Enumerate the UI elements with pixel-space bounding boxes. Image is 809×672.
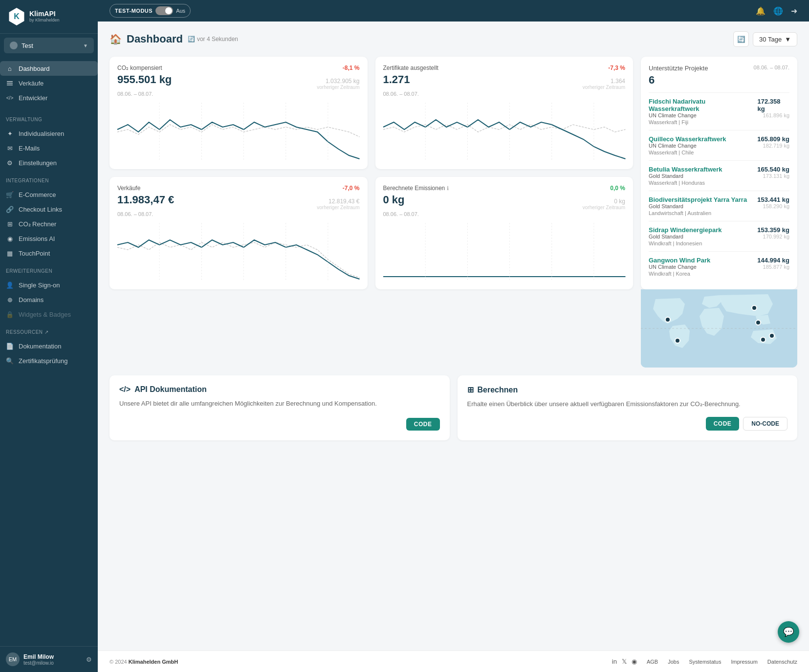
svg-point-25 xyxy=(769,333,774,338)
footer-link-jobs[interactable]: Jobs xyxy=(668,659,679,665)
sidebar-item-dashboard[interactable]: ⌂ Dashboard xyxy=(0,61,98,76)
footer-link-impressum[interactable]: Impressum xyxy=(731,659,757,665)
sidebar-item-developer[interactable]: </> Entwickler xyxy=(0,90,98,105)
chat-button[interactable]: 💬 xyxy=(778,621,799,643)
twitter-icon[interactable]: 𝕏 xyxy=(622,658,627,665)
sidebar-item-ecommerce[interactable]: 🛒 E-Commerce xyxy=(0,187,98,202)
sidebar-item-settings[interactable]: ⚙ Einstellungen xyxy=(0,155,98,170)
sidebar-item-emails[interactable]: ✉ E-Mails xyxy=(0,141,98,155)
instagram-icon[interactable]: ◉ xyxy=(632,658,637,665)
project-name-2[interactable]: Betulia Wasserkraftwerk xyxy=(649,166,722,173)
project-kg-4: 153.359 kg xyxy=(757,226,789,234)
footer: © 2024 Klimahelden GmbH in 𝕏 ◉ AGB Jobs … xyxy=(98,650,809,672)
cert-date: 08.06. – 08.07. xyxy=(383,91,626,97)
sidebar-item-individualize[interactable]: ✦ Individualisieren xyxy=(0,126,98,141)
sales-value: 11.983,47 € xyxy=(117,194,174,206)
project-name-4[interactable]: Sidrap Windenergiepark xyxy=(649,226,722,234)
avatar: EM xyxy=(6,652,20,666)
project-name-5[interactable]: Gangwon Wind Park xyxy=(649,257,710,264)
sidebar-item-label: Widgets & Badges xyxy=(19,311,71,318)
sidebar-item-domains[interactable]: ⊕ Domains xyxy=(0,292,98,307)
sales-prev-text: vorheriger Zeitraum xyxy=(317,205,359,210)
period-button[interactable]: 30 Tage ▼ xyxy=(753,32,797,46)
api-doc-desc: Unsere API bietet dir alle umfangreichen… xyxy=(119,399,440,410)
toggle-switch[interactable] xyxy=(155,6,173,15)
emissions-date: 08.06. – 08.07. xyxy=(383,211,626,217)
project-kg-2: 165.540 kg xyxy=(757,166,789,173)
svg-point-28 xyxy=(761,337,765,342)
toggle-knob xyxy=(165,7,172,14)
bottom-cards: </> API Dokumentation Unsere API bietet … xyxy=(109,375,797,440)
email-icon: ✉ xyxy=(6,144,14,152)
sidebar-item-label: Dokumentation xyxy=(19,343,61,350)
cert-prev: 1.364 xyxy=(583,78,625,85)
sidebar-item-sso[interactable]: 👤 Single Sign-on xyxy=(0,278,98,292)
sidebar-item-checkout[interactable]: 🔗 Checkout Links xyxy=(0,202,98,217)
footer-link-agb[interactable]: AGB xyxy=(647,659,658,665)
test-mode-toggle[interactable]: TEST-MODUS Aus xyxy=(109,4,191,18)
svg-point-29 xyxy=(756,320,761,325)
co2-value: 955.501 kg xyxy=(117,73,172,86)
refresh-button[interactable]: 🔄 xyxy=(733,31,749,47)
sidebar-item-label: Domains xyxy=(19,296,44,303)
sidebar-item-co2rechner[interactable]: ⊞ CO₂ Rechner xyxy=(0,217,98,231)
env-selector[interactable]: Test ▼ xyxy=(4,38,94,53)
sidebar-footer: EM Emil Milow test@milow.io ⚙ xyxy=(0,646,98,672)
berechnen-no-code-button[interactable]: NO-CODE xyxy=(743,417,787,431)
project-name-1[interactable]: Quilleco Wasserkraftwerk xyxy=(649,135,726,143)
api-doc-icon: </> xyxy=(119,385,131,394)
test-mode-label: TEST-MODUS xyxy=(115,8,153,14)
sidebar-item-emissions[interactable]: ◉ Emissions AI xyxy=(0,231,98,246)
co2-prev-text: vorheriger Zeitraum xyxy=(317,85,359,90)
notification-icon[interactable]: 🔔 xyxy=(756,6,765,16)
footer-link-systemstatus[interactable]: Systemstatus xyxy=(689,659,721,665)
project-name-0[interactable]: Fidschi Nadarivatu Wasserkraftwerk xyxy=(649,98,758,112)
project-name-3[interactable]: Biodiversitätsprojekt Yarra Yarra xyxy=(649,196,747,203)
sales-stat-card: Verkäufe -7,0 % 11.983,47 € 12.819,43 € … xyxy=(109,177,368,289)
co2-change: -8,1 % xyxy=(343,65,360,71)
sales-label: Verkäufe xyxy=(117,185,140,192)
user-name: Emil Milow xyxy=(23,653,54,660)
emissions-stat-card: Berechnete Emissionen ℹ 0,0 % 0 kg 0 kg … xyxy=(375,177,634,289)
project-standard-3: Gold Standard xyxy=(649,203,747,209)
settings-icon: ⚙ xyxy=(6,159,14,167)
footer-link-datenschutz[interactable]: Datenschutz xyxy=(767,659,797,665)
project-meta-1: Wasserkraft | Chile xyxy=(649,150,726,155)
svg-point-30 xyxy=(752,305,757,310)
sidebar-item-label: E-Mails xyxy=(19,145,40,152)
api-doc-code-button[interactable]: CODE xyxy=(406,418,440,431)
sidebar-item-label: E-Commerce xyxy=(19,191,56,198)
user-settings-icon[interactable]: ⚙ xyxy=(86,656,92,663)
footer-social: in 𝕏 ◉ xyxy=(612,658,637,665)
project-item-0: Fidschi Nadarivatu Wasserkraftwerk UN Cl… xyxy=(649,92,789,130)
logout-icon[interactable]: ➜ xyxy=(791,6,797,16)
individualize-icon: ✦ xyxy=(6,130,14,137)
emissions-prev: 0 kg xyxy=(583,198,625,205)
sales-chart xyxy=(117,223,360,282)
topbar: TEST-MODUS Aus 🔔 🌐 ➜ xyxy=(98,0,809,22)
project-prev-kg-4: 170.992 kg xyxy=(763,234,789,239)
sidebar: K KlimAPI by Klimahelden Test ▼ ⌂ Dashbo… xyxy=(0,0,98,672)
chevron-icon: ▼ xyxy=(83,43,88,48)
footer-company: Klimahelden GmbH xyxy=(129,659,178,665)
sidebar-item-cert[interactable]: 🔍 Zertifikatsprüfung xyxy=(0,353,98,368)
project-item-5: Gangwon Wind Park UN Climate Change Wind… xyxy=(649,251,789,282)
cert-value: 1.271 xyxy=(383,73,410,86)
sidebar-item-label: Single Sign-on xyxy=(19,282,60,289)
emissions-icon: ◉ xyxy=(6,235,14,242)
sidebar-item-touchpoint[interactable]: ▦ TouchPoint xyxy=(0,246,98,260)
info-icon: ℹ xyxy=(447,185,449,192)
berechnen-desc: Erhalte einen Überblick über unsere aktu… xyxy=(467,399,788,409)
sidebar-item-sales[interactable]: Verkäufe xyxy=(0,76,98,90)
code-icon: </> xyxy=(6,94,14,102)
sidebar-item-widgets: 🔒 Widgets & Badges xyxy=(0,307,98,322)
dashboard-grid: CO₂ kompensiert -8,1 % 955.501 kg 1.032.… xyxy=(109,57,797,368)
project-kg-5: 144.994 kg xyxy=(757,257,789,264)
projects-card: Unterstützte Projekte 08.06. – 08.07. 6 … xyxy=(641,57,797,289)
sidebar-item-docs[interactable]: 📄 Dokumentation xyxy=(0,339,98,353)
berechnen-code-button[interactable]: CODE xyxy=(706,417,740,431)
section-erweiterungen: Erweiterungen xyxy=(6,268,92,274)
linkedin-icon[interactable]: in xyxy=(612,658,617,665)
globe-icon[interactable]: 🌐 xyxy=(773,6,783,16)
project-standard-1: UN Climate Change xyxy=(649,143,726,149)
